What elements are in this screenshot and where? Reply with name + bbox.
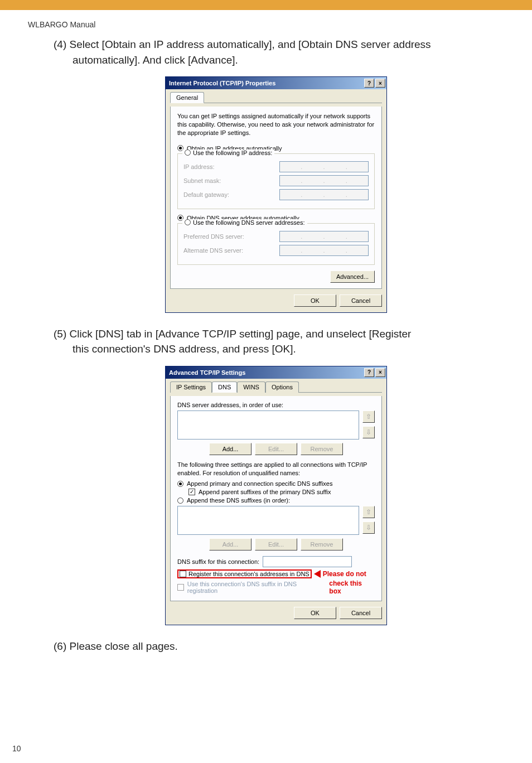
radio-use-ip[interactable]: Use the following IP address: (182, 149, 274, 156)
default-gateway-field: ... (279, 189, 369, 200)
radio-icon (177, 498, 183, 504)
checkbox-register-dns[interactable]: Register this connection's addresses in … (177, 569, 312, 578)
dialog-title: Advanced TCP/IP Settings (169, 369, 363, 376)
label-default-gateway: Default gateway: (183, 191, 279, 198)
titlebar: Internet Protocol (TCP/IP) Properties ? … (166, 77, 386, 89)
ok-button[interactable]: OK (294, 607, 336, 619)
dns-suffix-listbox (177, 506, 359, 535)
label-alternate-dns: Alternate DNS server: (183, 247, 279, 254)
checkbox-label: Register this connection's addresses in … (188, 571, 309, 577)
checkbox-label: Append parent suffixes of the primary DN… (199, 489, 331, 495)
tab-row: General (170, 91, 382, 103)
alternate-dns-field: ... (279, 245, 369, 256)
step-6-num: (6) (54, 640, 66, 652)
checkbox-icon (180, 571, 186, 577)
tab-general[interactable]: General (170, 92, 204, 103)
radio-label: Use the following IP address: (193, 149, 272, 156)
top-stripe (0, 0, 532, 10)
edit-button-2: Edit... (255, 538, 297, 550)
step-6: (6) Please close all pages. (54, 639, 499, 654)
step-5-num: (5) (54, 328, 66, 340)
dns-suffix-input[interactable] (263, 556, 352, 567)
titlebar: Advanced TCP/IP Settings ? × (166, 366, 386, 379)
dns-group: Use the following DNS server addresses: … (177, 223, 375, 265)
ip-address-field: ... (279, 161, 369, 172)
checkbox-append-parent[interactable]: Append parent suffixes of the primary DN… (188, 489, 375, 495)
radio-icon (185, 219, 191, 225)
page-footer: 10 (12, 744, 532, 753)
manual-header: WLBARGO Manual (0, 10, 532, 29)
radio-use-dns[interactable]: Use the following DNS server addresses: (182, 219, 307, 226)
step-4-line2: automatically]. And click [Advance]. (54, 52, 499, 68)
checkbox-use-suffix-label: Use this connection's DNS suffix in DNS … (187, 581, 326, 594)
tab-row: IP Settings DNS WINS Options (170, 381, 382, 393)
annotation-line1: Please do not (323, 570, 366, 578)
dialog-title: Internet Protocol (TCP/IP) Properties (169, 80, 363, 86)
cancel-button[interactable]: Cancel (340, 294, 382, 307)
tab-dns[interactable]: DNS (212, 382, 237, 393)
page-number: 10 (12, 744, 21, 753)
step-6-text: Please close all pages. (70, 640, 178, 652)
dns-server-listbox[interactable] (177, 411, 359, 440)
radio-label: Append these DNS suffixes (in order): (187, 497, 290, 504)
add-button-2: Add... (209, 538, 252, 550)
move-up-button-2: ⇧ (362, 506, 375, 518)
move-down-button-2: ⇩ (362, 521, 375, 534)
annotation-line2: check this box (329, 580, 375, 595)
ip-group: Use the following IP address: IP address… (177, 153, 375, 209)
radio-label: Use the following DNS server addresses: (193, 219, 305, 226)
step-5: (5) Click [DNS] tab in [Advance TCP/IP s… (54, 326, 499, 357)
checkbox-icon (188, 489, 195, 495)
label-ip-address: IP address: (183, 163, 279, 170)
advanced-tcpip-dialog: Advanced TCP/IP Settings ? × IP Settings… (165, 366, 387, 626)
tab-options[interactable]: Options (265, 382, 299, 393)
ok-button[interactable]: OK (294, 294, 336, 307)
tab-ip-settings[interactable]: IP Settings (170, 382, 212, 393)
tcpip-properties-dialog: Internet Protocol (TCP/IP) Properties ? … (165, 76, 387, 313)
step-5-line2: this connection's DNS address, and press… (54, 341, 499, 357)
arrow-left-icon (314, 570, 321, 578)
radio-append-primary[interactable]: Append primary and connection specific D… (177, 480, 375, 487)
edit-button[interactable]: Edit... (255, 443, 297, 455)
label-dns-suffix: DNS suffix for this connection: (177, 558, 259, 565)
step-5-line1: Click [DNS] tab in [Advance TCP/IP setti… (70, 328, 412, 340)
label-dns-order: DNS server addresses, in order of use: (177, 402, 375, 408)
tab-wins[interactable]: WINS (237, 382, 265, 393)
radio-label: Append primary and connection specific D… (187, 480, 333, 487)
close-button[interactable]: × (375, 368, 385, 377)
radio-append-these[interactable]: Append these DNS suffixes (in order): (177, 497, 375, 504)
label-preferred-dns: Preferred DNS server: (183, 233, 279, 240)
help-button[interactable]: ? (364, 79, 374, 88)
close-button[interactable]: × (375, 79, 385, 88)
cancel-button[interactable]: Cancel (340, 607, 382, 619)
step-4-num: (4) (54, 38, 66, 50)
step-4: (4) Select [Obtain an IP address automat… (54, 37, 499, 67)
advanced-button[interactable]: Advanced... (330, 271, 375, 283)
radio-icon (177, 481, 183, 487)
move-down-button[interactable]: ⇩ (362, 426, 375, 438)
step-4-line1: Select [Obtain an IP address automatical… (70, 38, 431, 50)
subnet-mask-field: ... (279, 175, 369, 186)
radio-icon (185, 149, 191, 156)
label-three-settings: The following three settings are applied… (177, 461, 375, 477)
label-subnet-mask: Subnet mask: (183, 177, 279, 184)
help-button[interactable]: ? (364, 368, 374, 377)
remove-button-2: Remove (301, 538, 343, 550)
add-button[interactable]: Add... (209, 443, 252, 455)
intro-text: You can get IP settings assigned automat… (177, 112, 375, 137)
checkbox-use-suffix-icon (177, 584, 184, 591)
remove-button[interactable]: Remove (301, 443, 343, 455)
preferred-dns-field: ... (279, 231, 369, 242)
move-up-button[interactable]: ⇧ (362, 411, 375, 423)
